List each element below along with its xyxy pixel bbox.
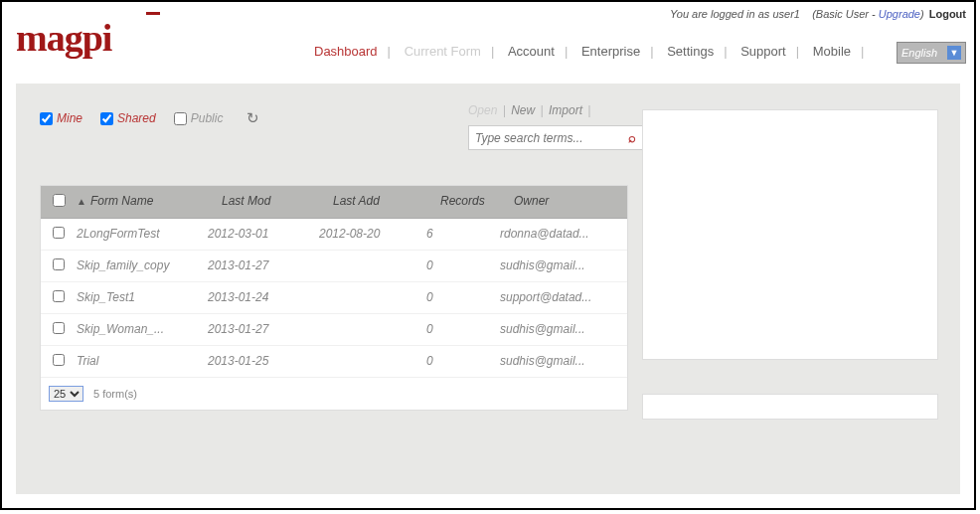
- cell-own: rdonna@datad...: [496, 225, 619, 244]
- search-input[interactable]: [475, 131, 624, 145]
- sort-icon[interactable]: ▲: [73, 192, 86, 212]
- col-mod[interactable]: Last Mod: [218, 192, 329, 212]
- action-import[interactable]: Import: [549, 103, 582, 117]
- cell-rec: 0: [422, 352, 496, 371]
- cell-rec: 0: [422, 320, 496, 339]
- user-status-bar: You are logged in as user1 (Basic User -…: [670, 8, 966, 20]
- cell-mod: 2012-03-01: [204, 225, 315, 244]
- cell-mod: 2013-01-25: [204, 352, 315, 371]
- filter-public[interactable]: Public: [174, 111, 224, 125]
- main-nav: Dashboard| Current Form| Account| Enterp…: [310, 44, 870, 59]
- search-box[interactable]: ⌕: [468, 125, 643, 150]
- cell-rec: 6: [422, 225, 496, 244]
- cell-own: support@datad...: [496, 288, 619, 307]
- filter-shared[interactable]: Shared: [100, 111, 156, 125]
- logo[interactable]: magpi: [16, 16, 111, 60]
- table-row[interactable]: Skip_Woman_...2013-01-270sudhis@gmail...: [41, 314, 627, 346]
- row-checkbox[interactable]: [53, 290, 65, 302]
- form-count: 5 form(s): [93, 388, 137, 400]
- cell-own: sudhis@gmail...: [496, 320, 619, 339]
- role-suffix: ): [920, 8, 924, 20]
- cell-rec: 0: [422, 257, 496, 275]
- cell-add: [315, 257, 422, 275]
- cell-name: Skip_Test1: [73, 288, 204, 307]
- language-value: English: [901, 47, 937, 59]
- action-open: Open: [468, 103, 497, 117]
- login-prefix: You are logged in as: [670, 8, 772, 20]
- cell-mod: 2013-01-27: [204, 320, 315, 339]
- username: user1: [772, 8, 800, 20]
- filter-mine-checkbox[interactable]: [40, 112, 53, 125]
- filter-mine[interactable]: Mine: [40, 111, 82, 125]
- nav-current-form: Current Form: [401, 44, 485, 59]
- col-rec[interactable]: Records: [436, 192, 510, 212]
- logo-accent: [146, 12, 160, 15]
- table-footer: 25 5 form(s): [41, 378, 627, 410]
- nav-account[interactable]: Account: [504, 44, 559, 59]
- upgrade-link[interactable]: Upgrade: [879, 8, 920, 20]
- nav-mobile[interactable]: Mobile: [809, 44, 855, 59]
- search-icon[interactable]: ⌕: [628, 130, 636, 145]
- side-panel: [642, 109, 938, 360]
- row-checkbox[interactable]: [53, 258, 65, 270]
- forms-table: ▲ Form Name Last Mod Last Add Records Ow…: [40, 185, 628, 411]
- col-name[interactable]: Form Name: [86, 192, 218, 212]
- cell-add: [315, 320, 422, 339]
- filter-shared-checkbox[interactable]: [100, 112, 113, 125]
- row-checkbox[interactable]: [53, 354, 65, 366]
- col-own[interactable]: Owner: [510, 192, 619, 212]
- table-header: ▲ Form Name Last Mod Last Add Records Ow…: [41, 186, 627, 219]
- cell-mod: 2013-01-24: [204, 288, 315, 307]
- cell-add: [315, 288, 422, 307]
- cell-own: sudhis@gmail...: [496, 257, 619, 275]
- role-prefix: (Basic User -: [812, 8, 879, 20]
- cell-name: 2LongFormTest: [73, 225, 204, 244]
- table-row[interactable]: Trial2013-01-250sudhis@gmail...: [41, 346, 627, 378]
- table-row[interactable]: 2LongFormTest2012-03-012012-08-206rdonna…: [41, 219, 627, 251]
- col-add[interactable]: Last Add: [329, 192, 436, 212]
- nav-enterprise[interactable]: Enterprise: [577, 44, 644, 59]
- cell-mod: 2013-01-27: [204, 257, 315, 275]
- logout-link[interactable]: Logout: [929, 8, 966, 20]
- cell-rec: 0: [422, 288, 496, 307]
- cell-name: Skip_Woman_...: [73, 320, 204, 339]
- table-row[interactable]: Skip_Test12013-01-240support@datad...: [41, 282, 627, 314]
- table-row[interactable]: Skip_family_copy2013-01-270sudhis@gmail.…: [41, 251, 627, 282]
- row-checkbox[interactable]: [53, 227, 65, 239]
- page-size-select[interactable]: 25: [49, 386, 83, 402]
- cell-add: [315, 352, 422, 371]
- nav-support[interactable]: Support: [736, 44, 790, 59]
- cell-own: sudhis@gmail...: [496, 352, 619, 371]
- nav-dashboard[interactable]: Dashboard: [310, 44, 382, 59]
- refresh-icon[interactable]: ↻: [246, 109, 259, 127]
- cell-name: Skip_family_copy: [73, 257, 204, 275]
- nav-settings[interactable]: Settings: [663, 44, 718, 59]
- side-panel-small: [642, 394, 938, 420]
- cell-name: Trial: [73, 352, 204, 371]
- select-all-checkbox[interactable]: [53, 194, 66, 207]
- row-checkbox[interactable]: [53, 322, 65, 334]
- language-select[interactable]: English ▼: [897, 42, 966, 64]
- action-new[interactable]: New: [511, 103, 535, 117]
- form-actions: Open | New | Import |: [468, 103, 592, 117]
- cell-add: 2012-08-20: [315, 225, 422, 244]
- chevron-down-icon: ▼: [947, 46, 961, 60]
- filter-public-checkbox[interactable]: [174, 112, 187, 125]
